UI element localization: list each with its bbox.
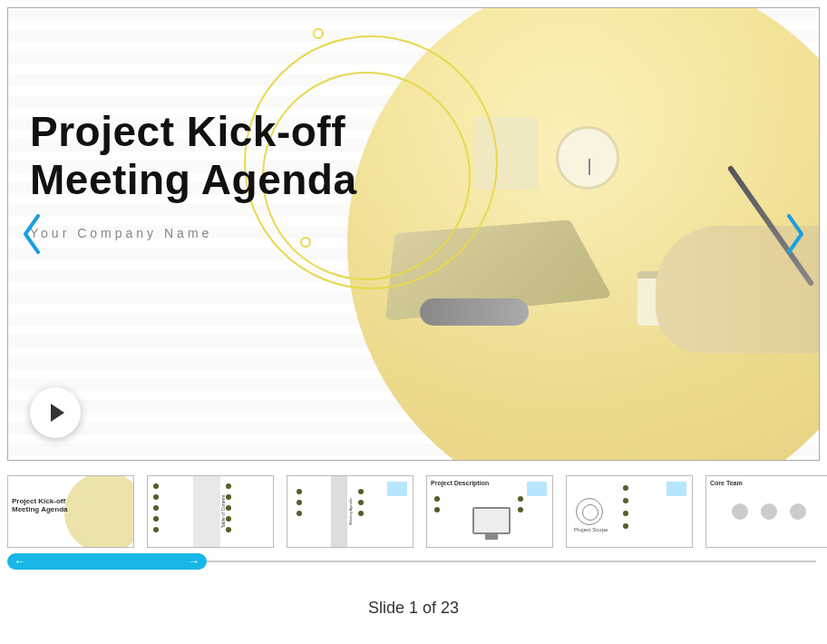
thumb-list-right bbox=[226, 483, 235, 532]
thumb-list bbox=[623, 485, 632, 529]
thumb-list-left bbox=[297, 489, 306, 516]
counter-current: 1 bbox=[409, 599, 418, 617]
arrow-right-icon: → bbox=[189, 555, 199, 568]
counter-total: 23 bbox=[441, 599, 459, 617]
clock-illustration bbox=[556, 126, 619, 190]
avatar bbox=[761, 503, 777, 520]
slide-counter: Slide 1 of 23 bbox=[0, 599, 827, 618]
avatar bbox=[732, 503, 748, 520]
next-slide-button[interactable] bbox=[781, 209, 808, 259]
thumb-hero-circle bbox=[64, 475, 134, 548]
thumb-vbar bbox=[331, 476, 347, 547]
counter-prefix: Slide bbox=[368, 599, 409, 617]
monitor-stand bbox=[485, 534, 498, 540]
thumbnail-title: Project Scope bbox=[574, 527, 608, 532]
prev-slide-button[interactable] bbox=[19, 209, 46, 259]
thumbnail-title: Project Kick-off Meeting Agenda bbox=[12, 498, 67, 514]
ring-dot bbox=[300, 237, 311, 248]
chevron-left-icon bbox=[22, 214, 44, 254]
thumbnail-title: Core Team bbox=[710, 480, 743, 486]
sticky-note bbox=[387, 482, 407, 496]
chevron-right-icon bbox=[783, 214, 805, 254]
thumbnail-strip: Project Kick-off Meeting Agenda Table of… bbox=[0, 468, 827, 548]
main-slide-viewer: Project Kick-off Meeting Agenda Your Com… bbox=[7, 7, 820, 461]
thumbnail-4[interactable]: Project Description bbox=[426, 475, 553, 548]
thumbnail-title: Table of Content bbox=[220, 484, 226, 539]
slide-title: Project Kick-off Meeting Agenda bbox=[30, 108, 357, 204]
slide-subtitle: Your Company Name bbox=[30, 226, 212, 240]
counter-of: of bbox=[418, 599, 441, 617]
thumb-list-left bbox=[434, 496, 443, 512]
thumb-list-right bbox=[358, 489, 367, 516]
thumbnail-3[interactable]: Meeting Agenda bbox=[287, 475, 414, 548]
thumbnail-1[interactable]: Project Kick-off Meeting Agenda bbox=[7, 475, 134, 548]
thumbnail-6[interactable]: Core Team bbox=[705, 475, 827, 548]
slide-title-line1: Project Kick-off bbox=[30, 108, 345, 155]
thumbnail-title: Project Description bbox=[431, 480, 489, 486]
arrow-left-icon: ← bbox=[15, 555, 25, 568]
ring-dot bbox=[313, 28, 324, 39]
thumbnail-5[interactable]: Project Scope bbox=[566, 475, 693, 548]
thumb-list-right bbox=[518, 496, 527, 512]
sticky-note bbox=[666, 482, 686, 496]
target-icon bbox=[576, 498, 603, 525]
thumbnail-scrollbar-track[interactable]: ← → bbox=[7, 561, 816, 562]
avatar-row bbox=[706, 503, 827, 521]
thumb-list-left bbox=[153, 483, 162, 532]
monitor-illustration bbox=[472, 507, 511, 534]
thumbnail-title: Meeting Agenda bbox=[348, 489, 353, 534]
play-button[interactable] bbox=[30, 387, 81, 438]
slide-title-line2: Meeting Agenda bbox=[30, 156, 357, 203]
thumb-vbar bbox=[193, 476, 220, 547]
thumbnail-scrollbar-thumb[interactable]: ← → bbox=[7, 553, 207, 570]
thumbnail-2[interactable]: Table of Content bbox=[147, 475, 274, 548]
glasses-illustration bbox=[420, 298, 529, 326]
avatar bbox=[790, 503, 806, 520]
sticky-note bbox=[527, 482, 547, 496]
